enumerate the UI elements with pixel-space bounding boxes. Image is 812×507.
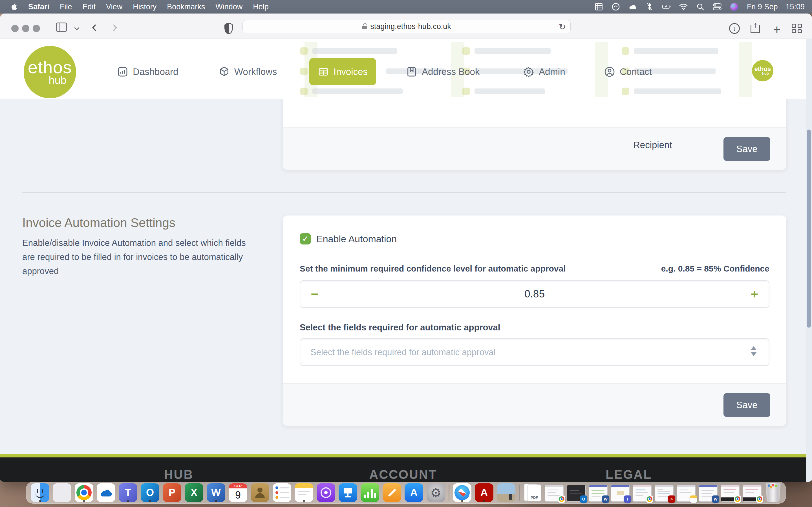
finder-dock-icon[interactable] bbox=[31, 483, 49, 502]
sidebar-chevron-icon[interactable] bbox=[74, 25, 79, 30]
safari-window: ‹ › staging.ethos-hub.co.uk ↻ ↓ ↑ + Save bbox=[0, 13, 812, 482]
powerpoint-dock-icon[interactable]: P bbox=[163, 483, 181, 502]
minimized-window-chrome[interactable] bbox=[545, 484, 564, 502]
menu-help[interactable]: Help bbox=[253, 3, 269, 11]
minimized-window-chrome-3[interactable] bbox=[721, 484, 740, 502]
menu-edit[interactable]: Edit bbox=[83, 3, 96, 11]
siri-icon[interactable] bbox=[730, 3, 739, 11]
footer-column-legal: LEGAL bbox=[606, 467, 652, 482]
menu-view[interactable]: View bbox=[106, 3, 122, 11]
word-dock-icon[interactable]: W bbox=[207, 483, 225, 502]
zoom-window-button[interactable] bbox=[33, 25, 40, 32]
nav-label: Address Book bbox=[422, 66, 479, 77]
numbers-dock-icon[interactable] bbox=[361, 483, 379, 502]
address-bar[interactable]: staging.ethos-hub.co.uk ↻ bbox=[243, 20, 571, 33]
minimized-window-chrome-2[interactable] bbox=[633, 484, 652, 502]
pdf-document-dock-icon[interactable]: PDF bbox=[523, 483, 542, 502]
menu-file[interactable]: File bbox=[60, 3, 72, 11]
downloads-button[interactable]: ↓ bbox=[729, 23, 740, 34]
excel-dock-icon[interactable]: X bbox=[185, 483, 203, 502]
table-card-footer bbox=[283, 127, 786, 170]
keynote-dock-icon[interactable] bbox=[339, 483, 357, 502]
footer-accent-bar bbox=[0, 454, 812, 457]
bluetooth-icon[interactable] bbox=[645, 3, 654, 11]
menu-bookmarks[interactable]: Bookmarks bbox=[167, 3, 205, 11]
nav-workflows[interactable]: Workflows bbox=[218, 58, 277, 86]
nav-invoices-active[interactable]: Invoices bbox=[309, 58, 376, 86]
increment-button[interactable]: + bbox=[742, 281, 767, 307]
minimize-window-button[interactable] bbox=[22, 25, 29, 32]
minimized-window-acrobat-invoice[interactable]: A bbox=[655, 484, 673, 502]
reload-icon[interactable]: ↻ bbox=[559, 22, 566, 32]
chrome-badge bbox=[734, 496, 741, 503]
confidence-value: 0.85 bbox=[300, 288, 769, 300]
notes-dock-icon[interactable] bbox=[295, 483, 313, 502]
trash-dock-icon[interactable] bbox=[765, 483, 781, 502]
required-fields-select[interactable]: Select the fields required for automatic… bbox=[300, 338, 769, 366]
clock-date: Fri 9 Sep bbox=[747, 3, 778, 11]
menu-app-name[interactable]: Safari bbox=[28, 3, 49, 11]
safari-dock-icon[interactable] bbox=[453, 483, 471, 502]
apps-grid-icon[interactable] bbox=[595, 3, 603, 11]
macos-menu-bar: Safari File Edit View History Bookmarks … bbox=[0, 0, 812, 13]
cloud-icon[interactable] bbox=[628, 3, 637, 11]
minimized-window-word-2[interactable]: W bbox=[699, 484, 718, 502]
minimized-window-notes[interactable] bbox=[677, 484, 696, 502]
logo-text-bottom: hub bbox=[49, 75, 66, 85]
creative-cloud-icon[interactable] bbox=[612, 3, 620, 11]
nav-contact[interactable]: Contact bbox=[604, 58, 652, 86]
new-tab-button[interactable]: + bbox=[773, 22, 781, 37]
launchpad-dock-icon[interactable] bbox=[53, 483, 71, 502]
dashboard-icon bbox=[117, 66, 128, 77]
user-avatar[interactable]: ethos hub bbox=[752, 60, 773, 81]
automation-save-button[interactable]: Save bbox=[723, 393, 770, 417]
dock-separator bbox=[519, 485, 520, 501]
reminders-dock-icon[interactable] bbox=[273, 483, 291, 502]
system-settings-dock-icon[interactable]: ⚙ bbox=[426, 483, 445, 502]
menu-window[interactable]: Window bbox=[215, 3, 243, 11]
share-arrow-icon: ↑ bbox=[753, 20, 758, 30]
back-button[interactable]: ‹ bbox=[92, 21, 97, 32]
table-save-button[interactable]: Save bbox=[723, 137, 770, 161]
ethos-hub-logo[interactable]: ethos hub bbox=[24, 46, 76, 98]
nav-label: Workflows bbox=[234, 66, 277, 77]
privacy-shield-icon[interactable] bbox=[224, 23, 233, 34]
calendar-day: 9 bbox=[235, 489, 241, 502]
pages-dock-icon[interactable] bbox=[383, 483, 401, 502]
nav-dashboard[interactable]: Dashboard bbox=[117, 58, 178, 86]
calendar-dock-icon[interactable]: SEP 9 bbox=[229, 483, 247, 502]
chrome-badge bbox=[646, 496, 653, 503]
teams-dock-icon[interactable]: T bbox=[119, 483, 137, 502]
close-window-button[interactable] bbox=[11, 25, 18, 32]
menu-bar-clock[interactable]: Fri 9 Sep 15:09 bbox=[747, 3, 805, 11]
nav-admin[interactable]: Admin bbox=[523, 58, 565, 86]
control-center-icon[interactable] bbox=[713, 3, 721, 11]
chrome-dock-icon[interactable] bbox=[75, 483, 93, 502]
enable-automation-checkbox[interactable]: ✓ bbox=[300, 233, 311, 244]
app-store-dock-icon[interactable]: A bbox=[405, 483, 423, 502]
apple-menu-icon[interactable] bbox=[11, 3, 18, 11]
site-footer: HUB ACCOUNT LEGAL bbox=[0, 457, 812, 482]
sidebar-toggle-icon[interactable] bbox=[56, 22, 67, 32]
contacts-dock-icon[interactable] bbox=[251, 483, 269, 502]
url-text: staging.ethos-hub.co.uk bbox=[370, 22, 451, 31]
tab-overview-button[interactable] bbox=[792, 24, 802, 33]
spotlight-search-icon[interactable] bbox=[696, 3, 705, 11]
outlook-dock-icon[interactable]: O bbox=[141, 483, 159, 502]
minimized-window-word[interactable]: W bbox=[589, 484, 608, 502]
minimized-window-outlook[interactable]: O bbox=[567, 484, 586, 502]
confidence-hint: e.g. 0.85 = 85% Confidence bbox=[661, 264, 769, 274]
photo-preview-dock-icon[interactable] bbox=[497, 483, 515, 502]
forward-button[interactable]: › bbox=[112, 21, 117, 32]
battery-charging-icon[interactable] bbox=[662, 3, 671, 11]
scrollbar-thumb[interactable] bbox=[807, 129, 811, 328]
minimized-window-teams[interactable]: T bbox=[611, 484, 629, 502]
nav-address-book[interactable]: Address Book bbox=[406, 58, 479, 86]
onedrive-dock-icon[interactable] bbox=[97, 483, 115, 502]
minimized-window-chrome-4[interactable] bbox=[743, 484, 762, 502]
podcasts-dock-icon[interactable] bbox=[317, 483, 335, 502]
chrome-badge bbox=[756, 496, 763, 503]
menu-history[interactable]: History bbox=[133, 3, 156, 11]
acrobat-dock-icon[interactable]: A bbox=[475, 483, 493, 502]
wifi-icon[interactable] bbox=[679, 3, 688, 11]
